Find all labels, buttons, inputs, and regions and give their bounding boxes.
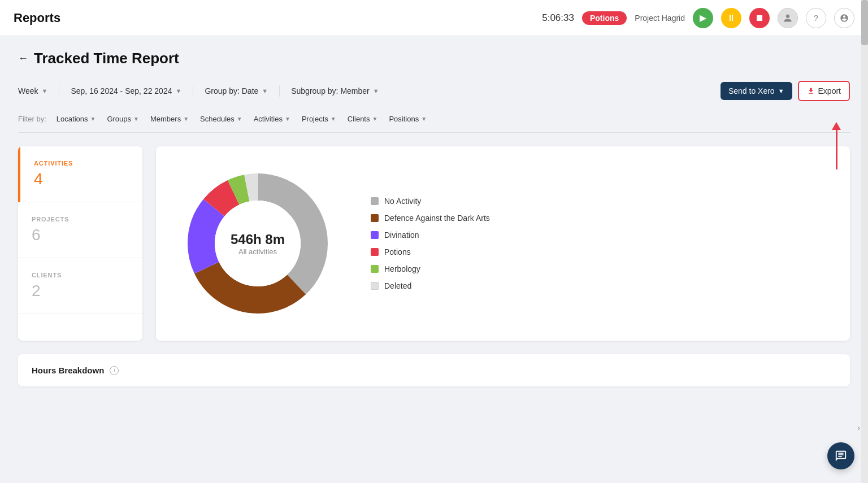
scrollbar[interactable]	[861, 0, 868, 483]
week-selector[interactable]: Week ▼	[18, 86, 47, 95]
export-icon	[807, 87, 815, 95]
filter-groups[interactable]: Groups ▼	[103, 112, 142, 125]
clients-label: CLIENTS	[32, 272, 129, 279]
page-title: Tracked Time Report	[34, 50, 179, 67]
filter-clients[interactable]: Clients ▼	[344, 112, 381, 125]
dark-arts-label: Defence Against the Dark Arts	[384, 214, 490, 223]
activities-stat: ACTIVITIES 4	[18, 146, 142, 202]
arrow-head-icon	[832, 122, 841, 130]
stop-button[interactable]: ⏹	[749, 8, 770, 28]
user-icon-button[interactable]	[778, 8, 798, 28]
group-by-chevron-icon: ▼	[262, 88, 268, 94]
filter-schedules[interactable]: Schedules ▼	[197, 112, 246, 125]
subgroup-chevron-icon: ▼	[373, 88, 379, 94]
dark-arts-dot	[371, 214, 379, 222]
filter-positions[interactable]: Positions ▼	[385, 112, 430, 125]
positions-chevron-icon: ▼	[421, 116, 427, 122]
play-button[interactable]: ▶	[693, 8, 713, 28]
week-chevron-icon: ▼	[42, 88, 48, 94]
toolbar: Week ▼ Sep, 16 2024 - Sep, 22 2024 ▼ Gro…	[18, 81, 850, 101]
groups-chevron-icon: ▼	[133, 116, 139, 122]
subgroup-by-selector[interactable]: Subgroup by: Member ▼	[291, 86, 379, 95]
annotation-arrow	[832, 122, 841, 169]
page-title-row: ← Tracked Time Report	[18, 50, 850, 67]
donut-center: 546h 8m All activities	[231, 232, 285, 256]
group-by-selector[interactable]: Group by: Date ▼	[205, 86, 268, 95]
legend-item-deleted: Deleted	[371, 281, 490, 290]
toolbar-divider-1	[59, 85, 59, 97]
legend-item-potions: Potions	[371, 247, 490, 256]
hours-breakdown-title: Hours Breakdown	[32, 365, 104, 375]
legend-item-divination: Divination	[371, 230, 490, 240]
content-area: ACTIVITIES 4 PROJECTS 6 CLIENTS 2	[18, 146, 850, 341]
no-activity-label: No Activity	[384, 197, 421, 206]
donut-center-label: All activities	[231, 247, 285, 256]
clients-chevron-icon: ▼	[372, 116, 378, 122]
donut-total-time: 546h 8m	[231, 232, 285, 247]
timer-display: 5:06:33	[542, 12, 574, 24]
date-range-selector[interactable]: Sep, 16 2024 - Sep, 22 2024 ▼	[71, 86, 181, 95]
filter-bar: Filter by: Locations ▼ Groups ▼ Members …	[18, 112, 850, 133]
help-icon-button[interactable]: ?	[806, 8, 826, 28]
clients-value: 2	[32, 282, 129, 300]
filter-by-label: Filter by:	[18, 115, 46, 123]
clients-stat: CLIENTS 2	[18, 258, 142, 314]
potions-label: Potions	[384, 247, 411, 256]
deleted-label: Deleted	[384, 281, 411, 290]
filter-projects[interactable]: Projects ▼	[298, 112, 340, 125]
toolbar-right: Send to Xero ▼ Export	[721, 81, 850, 101]
hours-breakdown-bar: Hours Breakdown i	[18, 354, 850, 386]
pause-button[interactable]: ⏸	[721, 8, 741, 28]
projects-chevron-icon: ▼	[331, 116, 336, 122]
projects-value: 6	[32, 226, 129, 244]
chat-bubble-button[interactable]	[827, 442, 854, 469]
members-chevron-icon: ▼	[183, 116, 189, 122]
date-range-chevron-icon: ▼	[175, 88, 181, 94]
deleted-dot	[371, 282, 379, 290]
arrow-line	[836, 130, 837, 169]
toolbar-divider-2	[193, 85, 193, 97]
main-content: ← Tracked Time Report Week ▼ Sep, 16 202…	[0, 36, 868, 483]
export-button[interactable]: Export	[798, 81, 850, 101]
project-label: Project Hagrid	[635, 14, 685, 23]
chart-area: 546h 8m All activities No Activity Defen…	[156, 146, 850, 341]
send-xero-chevron-icon: ▼	[778, 88, 784, 94]
divination-label: Divination	[384, 230, 419, 240]
back-button[interactable]: ←	[18, 53, 28, 64]
legend-item-no-activity: No Activity	[371, 197, 490, 206]
expand-panel-button[interactable]: ›	[857, 423, 860, 432]
active-tag-pill[interactable]: Potions	[582, 11, 627, 25]
filter-locations[interactable]: Locations ▼	[53, 112, 99, 125]
divination-dot	[371, 231, 379, 239]
herbology-dot	[371, 265, 379, 273]
locations-chevron-icon: ▼	[90, 116, 96, 122]
no-activity-dot	[371, 197, 379, 205]
projects-stat: PROJECTS 6	[18, 202, 142, 258]
chart-legend: No Activity Defence Against the Dark Art…	[371, 197, 490, 290]
filter-activities[interactable]: Activities ▼	[250, 112, 294, 125]
filter-members[interactable]: Members ▼	[147, 112, 192, 125]
activities-chevron-icon: ▼	[285, 116, 290, 122]
potions-dot	[371, 248, 379, 256]
stats-sidebar: ACTIVITIES 4 PROJECTS 6 CLIENTS 2	[18, 146, 142, 341]
legend-item-dark-arts: Defence Against the Dark Arts	[371, 214, 490, 223]
app-title: Reports	[14, 11, 60, 25]
projects-label: PROJECTS	[32, 216, 129, 223]
activities-value: 4	[34, 170, 129, 188]
activities-label: ACTIVITIES	[34, 160, 129, 167]
header: Reports 5:06:33 Potions Project Hagrid ▶…	[0, 0, 868, 36]
toolbar-divider-3	[279, 85, 280, 97]
scrollbar-thumb[interactable]	[861, 0, 868, 45]
legend-item-herbology: Herbology	[371, 264, 490, 273]
herbology-label: Herbology	[384, 264, 420, 273]
header-actions: 5:06:33 Potions Project Hagrid ▶ ⏸ ⏹ ?	[542, 8, 854, 28]
send-to-xero-button[interactable]: Send to Xero ▼	[721, 82, 792, 100]
donut-chart: 546h 8m All activities	[179, 164, 337, 323]
schedules-chevron-icon: ▼	[237, 116, 242, 122]
hours-breakdown-info-icon[interactable]: i	[110, 366, 119, 375]
account-icon-button[interactable]	[834, 8, 854, 28]
